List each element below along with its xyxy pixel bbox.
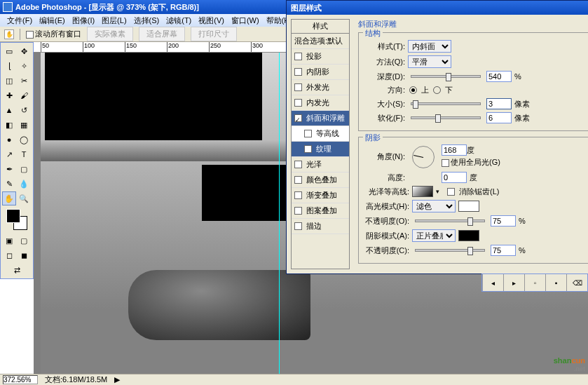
screen-full-icon[interactable]: ◼ bbox=[17, 248, 31, 262]
style-outer-glow[interactable]: 外发光 bbox=[292, 80, 349, 95]
pen-tool[interactable]: ✒ bbox=[2, 162, 16, 176]
gloss-contour[interactable] bbox=[412, 186, 433, 197]
panel-btn[interactable]: ▸ bbox=[503, 274, 524, 291]
fit-screen-button[interactable]: 适合屏幕 bbox=[139, 27, 185, 41]
scroll-all-check[interactable]: 滚动所有窗口 bbox=[26, 29, 81, 39]
eyedrop-tool[interactable]: 💧 bbox=[17, 177, 31, 191]
highlight-color[interactable] bbox=[458, 201, 479, 212]
style-pattern-overlay[interactable]: 图案叠加 bbox=[292, 203, 349, 219]
hand-tool[interactable]: ✋ bbox=[2, 191, 16, 205]
eraser-tool[interactable]: ◧ bbox=[2, 118, 16, 132]
structure-legend: 结构 bbox=[363, 28, 383, 39]
global-light-check[interactable] bbox=[442, 159, 449, 167]
shadow-opacity-input[interactable] bbox=[491, 245, 516, 256]
shadow-opacity-slider[interactable] bbox=[415, 249, 485, 252]
menu-filter[interactable]: 滤镜(T) bbox=[163, 15, 194, 27]
depth-slider[interactable] bbox=[411, 75, 481, 78]
screen-mode-icon[interactable]: ▢ bbox=[17, 234, 31, 248]
highlight-opacity-slider[interactable] bbox=[415, 219, 485, 222]
dodge-tool[interactable]: ◯ bbox=[17, 133, 31, 147]
type-tool[interactable]: T bbox=[17, 147, 31, 161]
shadow-mode-label: 阴影模式(A): bbox=[364, 231, 409, 241]
panel-btn[interactable]: ⌫ bbox=[566, 274, 587, 291]
antialias-check[interactable] bbox=[447, 188, 455, 196]
shadow-mode-select[interactable]: 正片叠底 bbox=[412, 229, 456, 242]
dir-down-radio[interactable] bbox=[433, 86, 441, 94]
style-inner-shadow[interactable]: 内阴影 bbox=[292, 65, 349, 80]
panel-btn[interactable]: ◂ bbox=[482, 274, 503, 291]
jump-to-icon[interactable]: ⇄ bbox=[2, 263, 32, 277]
shadow-color[interactable] bbox=[458, 230, 479, 241]
style-select[interactable]: 内斜面 bbox=[408, 40, 451, 53]
panel-btn[interactable]: ▪ bbox=[545, 274, 566, 291]
bevel-settings: 斜面和浮雕 结构 样式(T):内斜面 方法(Q):平滑 深度(D):% 方向:上… bbox=[354, 19, 588, 269]
scroll-all-label: 滚动所有窗口 bbox=[35, 29, 81, 38]
size-slider[interactable] bbox=[411, 102, 481, 105]
history-tool[interactable]: ↺ bbox=[17, 103, 31, 117]
style-label: 样式(T): bbox=[364, 41, 405, 52]
technique-select[interactable]: 平滑 bbox=[408, 55, 451, 68]
panel-btn[interactable]: ▫ bbox=[524, 274, 545, 291]
color-swatch[interactable] bbox=[6, 209, 27, 230]
heal-tool[interactable]: ✚ bbox=[2, 88, 16, 102]
panel-dock: ◂ ▸ ▫ ▪ ⌫ bbox=[481, 273, 588, 292]
style-color-overlay[interactable]: 颜色叠加 bbox=[292, 173, 349, 188]
brush-tool[interactable]: 🖌 bbox=[17, 88, 31, 102]
zoom-input[interactable] bbox=[3, 375, 38, 384]
wand-tool[interactable]: ✧ bbox=[17, 59, 31, 73]
dialog-titlebar[interactable]: 图层样式 ✕ bbox=[287, 1, 588, 15]
styles-list: 样式 混合选项:默认 投影 内阴影 外发光 内发光 斜面和浮雕 等高线 纹理 光… bbox=[291, 19, 350, 269]
dir-up-radio[interactable] bbox=[409, 86, 417, 94]
blur-tool[interactable]: ● bbox=[2, 133, 16, 147]
menu-window[interactable]: 窗口(W) bbox=[228, 15, 262, 27]
gradient-tool[interactable]: ▦ bbox=[17, 118, 31, 132]
shadow-opacity-label: 不透明度(C): bbox=[364, 245, 409, 256]
menu-layer[interactable]: 图层(L) bbox=[99, 15, 129, 27]
slice-tool[interactable]: ✂ bbox=[17, 74, 31, 88]
style-bevel[interactable]: 斜面和浮雕 bbox=[292, 111, 349, 126]
guide-vertical[interactable] bbox=[279, 53, 280, 374]
marquee-tool[interactable]: ▭ bbox=[2, 44, 16, 58]
altitude-input[interactable] bbox=[442, 172, 467, 183]
style-satin[interactable]: 光泽 bbox=[292, 157, 349, 173]
style-contour[interactable]: 等高线 bbox=[292, 126, 349, 142]
highlight-opacity-input[interactable] bbox=[491, 215, 516, 227]
crop-tool[interactable]: ◫ bbox=[2, 74, 16, 88]
blend-options-row[interactable]: 混合选项:默认 bbox=[292, 34, 349, 49]
app-icon bbox=[3, 2, 13, 12]
ruler-tick: 150 bbox=[125, 42, 137, 52]
highlight-opacity-label: 不透明度(O): bbox=[364, 216, 409, 227]
menu-select[interactable]: 选择(S) bbox=[131, 15, 163, 27]
direction-label: 方向: bbox=[364, 85, 405, 95]
size-input[interactable] bbox=[486, 98, 512, 109]
menu-file[interactable]: 文件(F) bbox=[4, 15, 35, 27]
zoom-tool[interactable]: 🔍 bbox=[17, 191, 31, 205]
style-texture[interactable]: 纹理 bbox=[292, 142, 349, 157]
angle-input[interactable] bbox=[442, 144, 467, 156]
highlight-mode-select[interactable]: 滤色 bbox=[412, 200, 456, 212]
menu-edit[interactable]: 编辑(E) bbox=[36, 15, 68, 27]
shape-tool[interactable]: ▢ bbox=[17, 162, 31, 176]
style-drop-shadow[interactable]: 投影 bbox=[292, 49, 349, 65]
toolbox: ▭ ✥ ɭ ✧ ◫ ✂ ✚ 🖌 ▲ ↺ ◧ ▦ ● ◯ ↗ T ✒ ▢ ✎ 💧 … bbox=[0, 42, 34, 279]
style-stroke[interactable]: 描边 bbox=[292, 219, 349, 234]
soften-input[interactable] bbox=[486, 112, 512, 123]
print-size-button[interactable]: 打印尺寸 bbox=[191, 27, 237, 41]
soften-slider[interactable] bbox=[411, 116, 481, 119]
lasso-tool[interactable]: ɭ bbox=[2, 59, 16, 73]
stamp-tool[interactable]: ▲ bbox=[2, 103, 16, 117]
actual-pixels-button[interactable]: 实际像素 bbox=[87, 27, 133, 41]
structure-group: 结构 样式(T):内斜面 方法(Q):平滑 深度(D):% 方向:上下 大小(S… bbox=[358, 32, 588, 131]
hand-tool-icon[interactable]: ✋ bbox=[4, 29, 14, 39]
move-tool[interactable]: ✥ bbox=[17, 44, 31, 58]
screen-std-icon[interactable]: ◻ bbox=[2, 248, 16, 262]
mask-mode-icon[interactable]: ▣ bbox=[2, 234, 16, 248]
notes-tool[interactable]: ✎ bbox=[2, 177, 16, 191]
style-gradient-overlay[interactable]: 渐变叠加 bbox=[292, 188, 349, 203]
menu-image[interactable]: 图像(I) bbox=[69, 15, 97, 27]
path-tool[interactable]: ↗ bbox=[2, 147, 16, 161]
depth-input[interactable] bbox=[486, 71, 512, 82]
menu-view[interactable]: 视图(V) bbox=[196, 15, 227, 27]
angle-wheel[interactable] bbox=[412, 146, 435, 168]
style-inner-glow[interactable]: 内发光 bbox=[292, 95, 349, 111]
